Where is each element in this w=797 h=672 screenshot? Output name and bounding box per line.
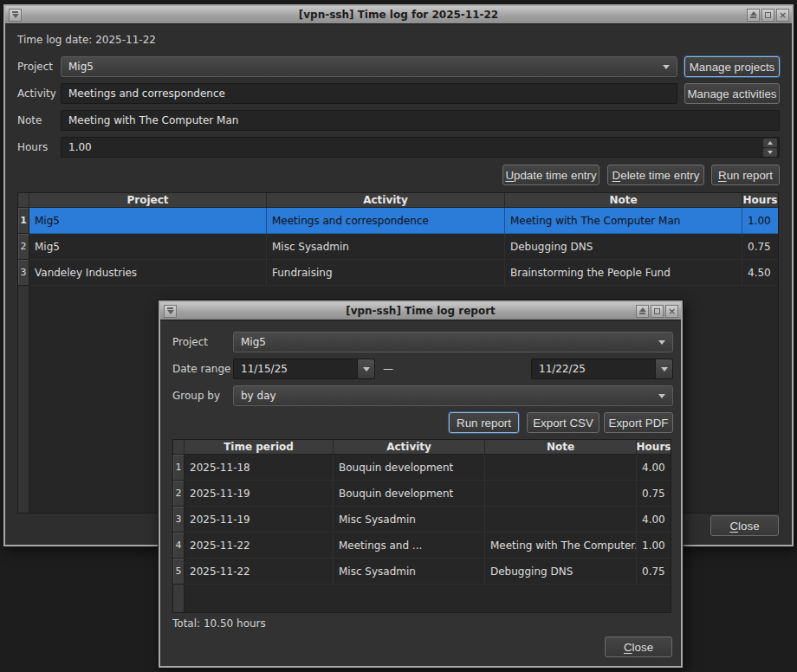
table-row[interactable]: 1 2025-11-18 Bouquin development 4.00 — [173, 455, 671, 481]
table-row[interactable]: 2 2025-11-19 Bouquin development 0.75 — [173, 481, 671, 507]
group-by-label: Group by — [172, 385, 220, 406]
col-time-period[interactable]: Time period — [185, 440, 334, 454]
date-to-combobox[interactable]: 11/22/25 — [531, 359, 673, 379]
spin-up-icon[interactable] — [763, 139, 777, 147]
chevron-down-icon — [663, 65, 670, 69]
date-from-combobox[interactable]: 11/15/25 — [233, 359, 375, 379]
time-log-report-dialog: [vpn-ssh] Time log report × Project Mig5… — [159, 300, 683, 668]
window-menu-icon[interactable] — [9, 9, 22, 22]
table-header[interactable]: Time period Activity Note Hours — [173, 440, 671, 455]
col-project[interactable]: Project — [29, 193, 267, 207]
maximize-icon[interactable] — [761, 9, 774, 22]
report-project-combobox[interactable]: Mig5 — [233, 332, 673, 352]
run-report-button[interactable]: Run report — [711, 165, 780, 185]
note-label: Note — [17, 110, 42, 131]
title-bar[interactable]: [vpn-ssh] Time log for 2025-11-22 × — [5, 6, 792, 24]
date-range-label: Date range — [172, 359, 230, 379]
table-row[interactable]: 4 2025-11-22 Meetings and ... Meeting wi… — [173, 533, 671, 559]
chevron-down-icon — [658, 340, 665, 345]
row-number-strip — [173, 585, 185, 613]
run-report-button[interactable]: Run report — [449, 412, 519, 433]
close-button[interactable]: Close — [710, 515, 779, 536]
col-activity[interactable]: Activity — [267, 193, 505, 207]
project-label: Project — [17, 56, 53, 77]
project-combobox[interactable]: Mig5 — [61, 56, 677, 77]
chevron-down-icon — [658, 394, 665, 398]
activity-input[interactable]: Meetings and correspondence — [61, 83, 677, 104]
col-hours[interactable]: Hours — [637, 440, 671, 454]
close-icon[interactable]: × — [665, 305, 678, 318]
export-csv-button[interactable]: Export CSV — [527, 412, 599, 433]
total-hours-label: Total: 10.50 hours — [172, 617, 266, 630]
manage-projects-button[interactable]: Manage projects — [684, 56, 780, 77]
project-label: Project — [172, 332, 208, 352]
table-row[interactable]: 3 2025-11-19 Misc Sysadmin 4.00 — [173, 507, 671, 533]
dialog-title: [vpn-ssh] Time log report — [160, 305, 681, 317]
export-pdf-button[interactable]: Export PDF — [604, 412, 673, 433]
manage-activities-button[interactable]: Manage activities — [684, 83, 780, 104]
report-table[interactable]: Time period Activity Note Hours 1 2025-1… — [172, 439, 671, 613]
table-row[interactable]: 2 Mig5 Misc Sysadmin Debugging DNS 0.75 — [18, 234, 778, 260]
delete-time-entry-button[interactable]: Delete time entry — [607, 165, 704, 185]
table-row[interactable]: 3 Vandeley Industries Fundraising Brains… — [18, 260, 778, 286]
hours-label: Hours — [17, 137, 48, 158]
note-input[interactable]: Meeting with The Computer Man — [61, 110, 780, 131]
window-menu-icon[interactable] — [164, 305, 177, 318]
shade-icon[interactable] — [747, 9, 760, 22]
time-log-date-label: Time log date: 2025-11-22 — [17, 33, 156, 47]
table-row[interactable]: 5 2025-11-22 Misc Sysadmin Debugging DNS… — [173, 559, 671, 585]
col-note[interactable]: Note — [485, 440, 637, 454]
maximize-icon[interactable] — [651, 305, 664, 318]
chevron-down-icon[interactable] — [357, 359, 374, 378]
row-number-strip — [18, 286, 29, 514]
spin-down-icon[interactable] — [763, 148, 777, 157]
update-time-entry-button[interactable]: Update time entry — [502, 165, 599, 185]
group-by-combobox[interactable]: by day — [233, 385, 673, 406]
col-activity[interactable]: Activity — [334, 440, 485, 454]
activity-label: Activity — [17, 83, 56, 104]
col-hours[interactable]: Hours — [742, 193, 778, 207]
hours-spinbox[interactable]: 1.00 — [61, 137, 780, 158]
title-bar[interactable]: [vpn-ssh] Time log report × — [160, 302, 681, 320]
shade-icon[interactable] — [636, 305, 649, 318]
col-note[interactable]: Note — [505, 193, 742, 207]
table-header[interactable]: Project Activity Note Hours — [18, 193, 778, 208]
window-title: [vpn-ssh] Time log for 2025-11-22 — [5, 9, 792, 21]
table-row[interactable]: 1 Mig5 Meetings and correspondence Meeti… — [18, 208, 778, 234]
chevron-down-icon[interactable] — [655, 359, 672, 378]
date-range-separator: — — [383, 359, 393, 379]
close-button[interactable]: Close — [605, 636, 672, 657]
close-icon[interactable]: × — [776, 9, 789, 22]
